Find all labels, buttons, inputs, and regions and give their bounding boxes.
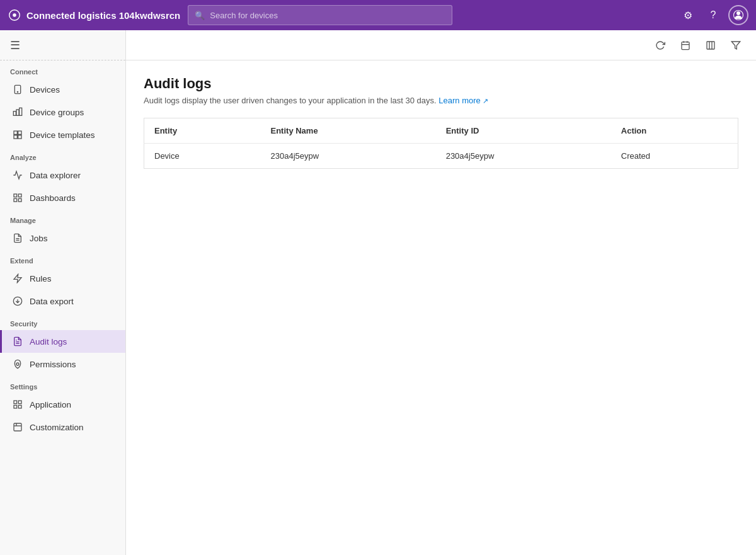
svg-rect-10: [14, 131, 17, 134]
svg-rect-28: [14, 423, 21, 431]
content-wrapper: Audit logs Audit logs display the user d…: [126, 30, 756, 555]
filter-button[interactable]: [726, 35, 746, 55]
customization-label: Customization: [30, 423, 115, 432]
sidebar-item-customization[interactable]: Customization: [0, 416, 125, 438]
permissions-label: Permissions: [30, 360, 115, 369]
settings-button[interactable]: ⚙: [678, 5, 698, 25]
col-entity: Entity: [144, 118, 261, 144]
customization-icon: [12, 421, 23, 433]
page-subtitle-text: Audit logs display the user driven chang…: [144, 96, 437, 105]
main-layout: ☰ Connect Devices Device groups: [0, 30, 756, 555]
section-settings: Settings: [0, 375, 125, 393]
sidebar-item-rules[interactable]: Rules: [0, 267, 125, 290]
content-body: Audit logs Audit logs display the user d…: [126, 60, 756, 555]
page-subtitle: Audit logs display the user driven chang…: [144, 96, 738, 105]
app-title: Connected logistics 104kwdwsrcn: [8, 8, 180, 22]
section-security: Security: [0, 312, 125, 330]
page-title: Audit logs: [144, 76, 738, 92]
section-manage: Manage: [0, 209, 125, 227]
svg-rect-17: [18, 198, 21, 202]
device-groups-label: Device groups: [30, 108, 115, 117]
svg-point-2: [14, 14, 15, 16]
svg-rect-15: [18, 194, 21, 197]
svg-marker-38: [731, 42, 740, 49]
application-label: Application: [30, 400, 115, 409]
external-link-icon: ↗: [483, 97, 488, 105]
section-analyze: Analyze: [0, 146, 125, 164]
search-bar[interactable]: 🔍 Search for devices: [188, 5, 452, 25]
cell-entity-id: 230a4j5eypw: [436, 144, 611, 169]
rules-icon: [12, 273, 23, 284]
svg-point-23: [16, 363, 19, 365]
learn-more-link[interactable]: Learn more: [438, 96, 480, 105]
svg-rect-8: [16, 110, 19, 115]
svg-rect-12: [14, 135, 17, 139]
sidebar-item-application[interactable]: Application: [0, 393, 125, 416]
devices-icon: [12, 84, 23, 95]
sidebar-item-permissions[interactable]: Permissions: [0, 353, 125, 375]
svg-marker-20: [14, 274, 21, 282]
application-icon: [12, 399, 23, 410]
account-icon: [733, 9, 744, 21]
topbar-actions: ⚙ ?: [678, 5, 748, 25]
table-header-row: Entity Entity Name Entity ID Action: [144, 118, 738, 144]
svg-rect-26: [14, 405, 17, 408]
app-title-text: Connected logistics 104kwdwsrcn: [26, 10, 180, 21]
dashboards-label: Dashboards: [30, 193, 115, 203]
section-extend: Extend: [0, 249, 125, 267]
svg-rect-31: [682, 42, 689, 49]
data-explorer-label: Data explorer: [30, 171, 115, 180]
sidebar-item-dashboards[interactable]: Dashboards: [0, 186, 125, 209]
refresh-button[interactable]: [650, 35, 670, 55]
svg-rect-16: [14, 198, 17, 202]
columns-button[interactable]: [701, 35, 721, 55]
jobs-icon: [12, 232, 23, 244]
topbar: Connected logistics 104kwdwsrcn 🔍 Search…: [0, 0, 756, 30]
app-logo-icon: [8, 8, 21, 22]
sidebar-item-data-export[interactable]: Data export: [0, 290, 125, 312]
cell-action: Created: [611, 144, 738, 169]
data-export-icon: [12, 295, 23, 307]
devices-label: Devices: [30, 85, 115, 94]
svg-point-6: [17, 91, 18, 92]
svg-point-3: [736, 11, 740, 15]
sidebar-item-data-explorer[interactable]: Data explorer: [0, 164, 125, 186]
svg-rect-14: [14, 194, 17, 197]
device-templates-label: Device templates: [30, 130, 115, 140]
search-placeholder-text: Search for devices: [210, 11, 278, 20]
sidebar-item-jobs[interactable]: Jobs: [0, 227, 125, 249]
sidebar-item-devices[interactable]: Devices: [0, 78, 125, 101]
dashboards-icon: [12, 192, 23, 203]
data-explorer-icon: [12, 169, 23, 181]
col-entity-id: Entity ID: [436, 118, 611, 144]
svg-rect-11: [18, 131, 21, 134]
svg-rect-13: [18, 135, 21, 139]
sidebar-item-device-templates[interactable]: Device templates: [0, 123, 125, 146]
device-templates-icon: [12, 129, 23, 140]
svg-rect-25: [18, 401, 21, 404]
cell-entity: Device: [144, 144, 261, 169]
device-groups-icon: [12, 106, 23, 118]
cell-entity-name: 230a4j5eypw: [261, 144, 436, 169]
sidebar: ☰ Connect Devices Device groups: [0, 30, 126, 555]
col-action: Action: [611, 118, 738, 144]
content-toolbar: [126, 30, 756, 60]
audit-table: Entity Entity Name Entity ID Action Devi…: [144, 118, 738, 169]
svg-rect-35: [707, 42, 714, 49]
table-row[interactable]: Device230a4j5eypw230a4j5eypwCreated: [144, 144, 738, 169]
permissions-icon: [12, 358, 23, 370]
sidebar-item-device-groups[interactable]: Device groups: [0, 101, 125, 123]
svg-rect-7: [13, 112, 16, 116]
search-icon: 🔍: [195, 11, 205, 20]
audit-logs-icon: [12, 336, 23, 347]
svg-rect-9: [20, 108, 22, 115]
calendar-button[interactable]: [675, 35, 696, 55]
audit-logs-label: Audit logs: [30, 337, 115, 346]
svg-rect-27: [18, 405, 21, 408]
data-export-label: Data export: [30, 297, 115, 306]
sidebar-item-audit-logs[interactable]: Audit logs: [0, 330, 125, 353]
rules-label: Rules: [30, 274, 115, 283]
help-button[interactable]: ?: [703, 5, 723, 25]
account-button[interactable]: [728, 5, 748, 25]
hamburger-button[interactable]: ☰: [0, 30, 125, 60]
